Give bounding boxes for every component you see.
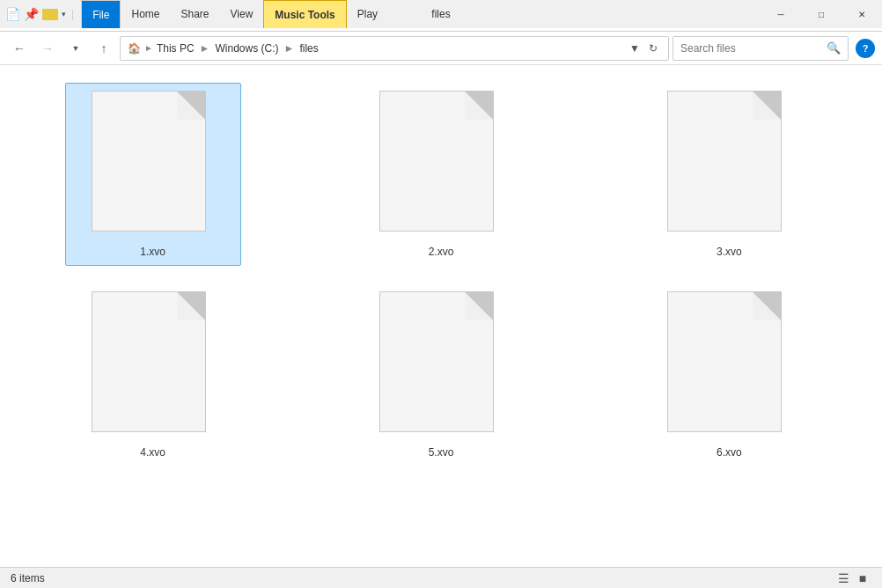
file-item-1[interactable]: 1.xvo [65, 83, 241, 266]
address-sep-1: ► [144, 43, 153, 53]
file-item-2[interactable]: 2.xvo [353, 83, 529, 266]
refresh-button[interactable]: ↻ [645, 40, 661, 56]
address-windows-c[interactable]: Windows (C:) [215, 42, 278, 55]
address-dropdown-button[interactable]: ▼ [626, 40, 643, 56]
tab-music-tools[interactable]: Music Tools [263, 0, 346, 28]
tab-view[interactable]: View [220, 0, 264, 28]
file-icon-4 [92, 291, 215, 441]
file-name-4: 4.xvo [140, 446, 165, 459]
details-view-button[interactable]: ☰ [834, 570, 852, 587]
file-icon-6 [667, 291, 790, 441]
address-sep-2: ► [200, 42, 210, 55]
tab-file[interactable]: File [81, 0, 121, 28]
status-bar: 6 items ☰ ■ [0, 567, 882, 588]
file-item-4[interactable]: 4.xvo [65, 283, 241, 467]
file-icon-3 [667, 91, 790, 240]
forward-button[interactable]: → [35, 36, 60, 61]
dropdown-arrow-icon[interactable]: ▾ [62, 10, 66, 18]
file-name-6: 6.xvo [717, 446, 742, 459]
search-input[interactable] [680, 42, 823, 55]
maximize-button[interactable]: □ [801, 0, 842, 28]
files-grid: 1.xvo2.xvo3.xvo4.xvo5.xvo6.xvo [11, 76, 871, 474]
tab-share[interactable]: Share [170, 0, 219, 28]
window-controls: ─ □ ✕ [761, 0, 882, 28]
file-icon-1 [92, 91, 215, 240]
address-this-pc[interactable]: This PC [157, 42, 195, 55]
content-area: 1.xvo2.xvo3.xvo4.xvo5.xvo6.xvo [0, 65, 882, 567]
tab-home[interactable]: Home [121, 0, 170, 28]
minimize-button[interactable]: ─ [761, 0, 801, 28]
up-button[interactable]: ↑ [92, 36, 116, 61]
address-bar[interactable]: 🏠 ► This PC ► Windows (C:) ► files ▼ ↻ [120, 36, 669, 61]
nav-bar: ← → ▼ ↑ 🏠 ► This PC ► Windows (C:) ► fil… [0, 32, 882, 65]
back-button[interactable]: ← [7, 36, 32, 61]
folder-icon [42, 9, 58, 20]
help-button[interactable]: ? [856, 39, 875, 58]
pin-icon: 📌 [24, 7, 39, 21]
file-name-5: 5.xvo [429, 446, 454, 459]
file-name-2: 2.xvo [429, 246, 454, 258]
ribbon-tabs-container: File Home Share View Music Tools Play [81, 0, 761, 28]
search-box[interactable]: 🔍 [673, 36, 849, 61]
new-folder-icon: 📄 [5, 7, 20, 21]
search-icon: 🔍 [827, 41, 841, 55]
recent-locations-button[interactable]: ▼ [63, 36, 88, 61]
address-files[interactable]: files [299, 42, 318, 55]
file-icon-2 [379, 91, 503, 240]
large-icons-view-button[interactable]: ■ [854, 570, 871, 587]
address-sep-3: ► [284, 42, 295, 55]
file-item-6[interactable]: 6.xvo [641, 283, 817, 467]
address-home-icon: 🏠 [128, 42, 141, 55]
file-name-3: 3.xvo [717, 246, 742, 258]
quick-access: 📄 📌 ▾ | [0, 7, 81, 21]
tab-play[interactable]: Play [347, 0, 388, 28]
close-button[interactable]: ✕ [842, 0, 882, 28]
file-item-3[interactable]: 3.xvo [641, 83, 817, 266]
title-bar: 📄 📌 ▾ | File Home Share View Music Tools… [0, 0, 882, 28]
view-toggle: ☰ ■ [834, 570, 871, 587]
file-icon-5 [379, 291, 503, 441]
file-item-5[interactable]: 5.xvo [353, 283, 529, 467]
file-name-1: 1.xvo [140, 246, 165, 258]
item-count: 6 items [11, 572, 45, 584]
